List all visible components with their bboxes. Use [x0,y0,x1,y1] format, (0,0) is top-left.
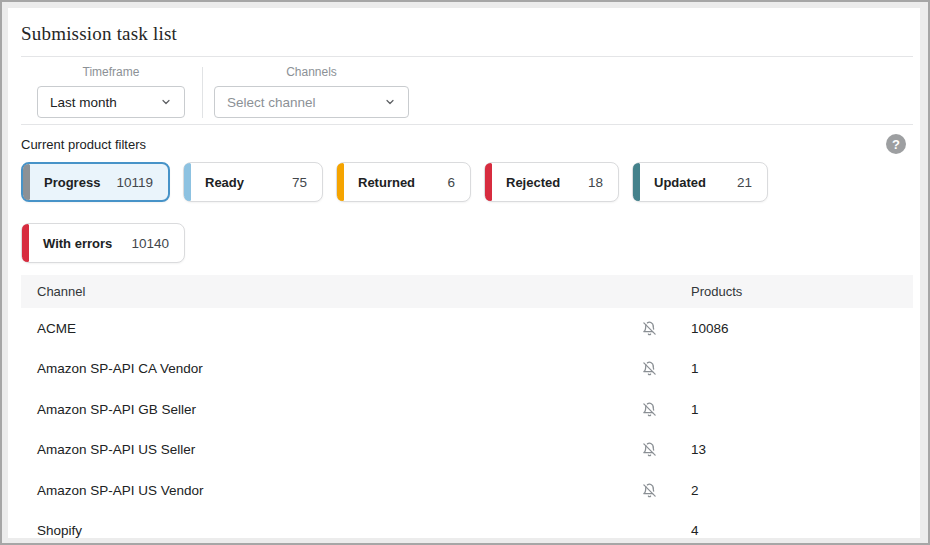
timeframe-value: Last month [50,95,117,110]
notifications-off-icon [642,442,691,457]
current-product-filters-row: Current product filters ? [21,134,913,154]
filter-accent-bar [184,163,191,201]
filter-accent-bar [337,163,344,201]
filter-label: Progress [44,175,100,190]
chevron-down-icon [160,96,172,108]
column-header-products: Products [691,284,913,299]
filter-accent-bar [633,163,640,201]
filter-label: Updated [654,175,706,190]
channel-name: Amazon SP-API US Seller [21,442,642,457]
submission-task-list-panel: Submission task list Timeframe Last mont… [8,8,920,538]
filter-card-rejected[interactable]: Rejected 18 [484,162,619,202]
current-product-filters-heading: Current product filters [21,137,146,152]
filter-label: With errors [43,236,112,251]
chevron-down-icon [384,96,396,108]
section-divider [21,124,913,125]
filter-count: 75 [292,175,307,190]
notifications-off-icon [642,361,691,376]
filter-accent-bar [22,224,29,262]
table-row[interactable]: Amazon SP-API GB Seller 1 [21,389,913,430]
filter-label: Returned [358,175,415,190]
filter-card-updated[interactable]: Updated 21 [632,162,768,202]
timeframe-label: Timeframe [83,65,140,79]
notifications-off-icon [642,321,691,336]
filter-card-progress[interactable]: Progress 10119 [21,162,170,202]
column-header-channel: Channel [21,284,691,299]
filter-label: Ready [205,175,244,190]
channel-name: ACME [21,321,642,336]
products-count: 1 [691,361,913,376]
timeframe-group: Timeframe Last month [37,65,185,118]
products-count: 13 [691,442,913,457]
window: Submission task list Timeframe Last mont… [0,0,930,545]
timeframe-select[interactable]: Last month [37,86,185,118]
page-title: Submission task list [21,23,913,45]
channel-name: Amazon SP-API CA Vendor [21,361,642,376]
table-row[interactable]: Amazon SP-API US Vendor 2 [21,470,913,511]
table-row[interactable]: Amazon SP-API CA Vendor 1 [21,349,913,390]
filter-card-returned[interactable]: Returned 6 [336,162,471,202]
table-header-row: Channel Products [21,275,913,308]
filter-count: 18 [588,175,603,190]
channels-table: Channel Products ACME 10086 Amazon SP-AP… [21,275,913,538]
channels-label: Channels [286,65,337,79]
filter-accent-bar [23,164,30,200]
channel-name: Amazon SP-API US Vendor [21,483,642,498]
products-count: 2 [691,483,913,498]
products-count: 1 [691,402,913,417]
top-filter-bar: Timeframe Last month Channels Select cha… [21,57,913,124]
filter-accent-bar [485,163,492,201]
products-count: 10086 [691,321,913,336]
table-row[interactable]: Shopify 4 [21,511,913,539]
notifications-off-icon [642,402,691,417]
channels-group: Channels Select channel [214,65,409,118]
table-row[interactable]: Amazon SP-API US Seller 13 [21,430,913,471]
filter-label: Rejected [506,175,560,190]
filter-count: 10119 [116,175,153,190]
filter-count: 6 [447,175,455,190]
channel-name: Amazon SP-API GB Seller [21,402,642,417]
channel-name: Shopify [21,523,642,538]
channel-select-placeholder: Select channel [227,95,316,110]
products-count: 4 [691,523,913,538]
help-icon[interactable]: ? [886,134,906,154]
channel-select[interactable]: Select channel [214,86,409,118]
filter-card-ready[interactable]: Ready 75 [183,162,323,202]
filter-card-with-errors[interactable]: With errors 10140 [21,223,185,263]
table-row[interactable]: ACME 10086 [21,308,913,349]
product-filter-cards: Progress 10119 Ready 75 Returned 6 Rejec… [21,162,791,263]
filter-count: 10140 [131,236,169,251]
filter-bar-divider [202,67,203,118]
notifications-off-icon [642,483,691,498]
filter-count: 21 [737,175,752,190]
